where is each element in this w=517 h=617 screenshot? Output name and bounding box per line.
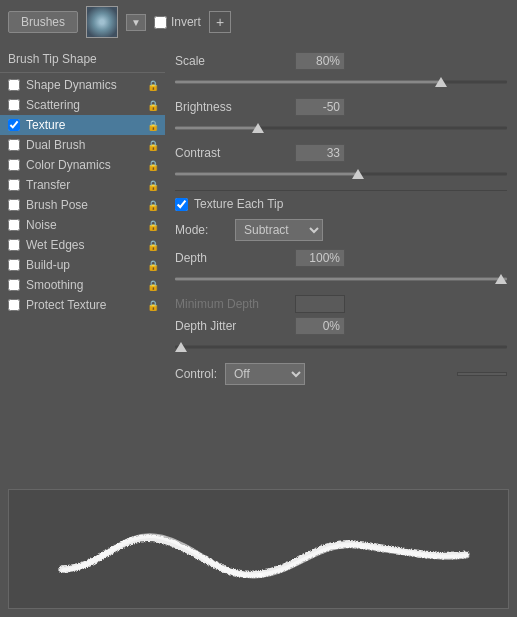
shape-dynamics-checkbox[interactable]: [8, 79, 20, 91]
min-depth-label: Minimum Depth: [175, 297, 295, 311]
lock-icon: 🔒: [147, 80, 159, 91]
top-bar: Brushes ▼ Invert +: [0, 0, 517, 44]
sidebar-item-protect-texture[interactable]: Protect Texture 🔒: [0, 295, 165, 315]
lock-icon: 🔒: [147, 240, 159, 251]
brush-dropdown-button[interactable]: ▼: [126, 14, 146, 31]
lock-icon: 🔒: [147, 200, 159, 211]
lock-icon: 🔒: [147, 120, 159, 131]
smoothing-checkbox[interactable]: [8, 279, 20, 291]
sidebar-item-brush-pose[interactable]: Brush Pose 🔒: [0, 195, 165, 215]
lock-icon: 🔒: [147, 160, 159, 171]
lock-icon: 🔒: [147, 140, 159, 151]
add-button[interactable]: +: [209, 11, 231, 33]
sidebar-item-wet-edges[interactable]: Wet Edges 🔒: [0, 235, 165, 255]
sidebar-item-transfer[interactable]: Transfer 🔒: [0, 175, 165, 195]
sidebar-item-label: Noise: [26, 218, 57, 232]
control-select[interactable]: Off Fade Pen Pressure Pen Tilt: [225, 363, 305, 385]
transfer-checkbox[interactable]: [8, 179, 20, 191]
texture-checkbox[interactable]: [8, 119, 20, 131]
depth-row: Depth: [175, 249, 507, 267]
scale-fill: [175, 81, 441, 84]
invert-label: Invert: [154, 15, 201, 29]
sidebar-item-label: Scattering: [26, 98, 80, 112]
lock-icon: 🔒: [147, 220, 159, 231]
brightness-thumb[interactable]: [252, 123, 264, 133]
lock-icon: 🔒: [147, 180, 159, 191]
sidebar-header: Brush Tip Shape: [0, 48, 165, 73]
min-depth-row: Minimum Depth: [175, 295, 507, 313]
depth-jitter-value[interactable]: [295, 317, 345, 335]
sidebar-item-label: Protect Texture: [26, 298, 106, 312]
sidebar-item-label: Build-up: [26, 258, 70, 272]
mode-label: Mode:: [175, 223, 235, 237]
noise-checkbox[interactable]: [8, 219, 20, 231]
depth-slider[interactable]: [175, 271, 507, 287]
brightness-value[interactable]: [295, 98, 345, 116]
sidebar-item-scattering[interactable]: Scattering 🔒: [0, 95, 165, 115]
build-up-checkbox[interactable]: [8, 259, 20, 271]
depth-value[interactable]: [295, 249, 345, 267]
control-value-box: [457, 372, 507, 376]
brush-pose-checkbox[interactable]: [8, 199, 20, 211]
depth-label: Depth: [175, 251, 295, 265]
brush-preview-thumbnail: [86, 6, 118, 38]
sidebar-item-label: Color Dynamics: [26, 158, 111, 172]
depth-fill: [175, 278, 507, 281]
depth-track: [175, 278, 507, 281]
main-container: Brushes ▼ Invert + Brush Tip Shape Shape…: [0, 0, 517, 617]
texture-each-tip-label: Texture Each Tip: [194, 197, 283, 211]
scale-thumb[interactable]: [435, 77, 447, 87]
wet-edges-checkbox[interactable]: [8, 239, 20, 251]
contrast-thumb[interactable]: [352, 169, 364, 179]
scale-row: Scale: [175, 52, 507, 70]
sidebar-item-dual-brush[interactable]: Dual Brush 🔒: [0, 135, 165, 155]
brush-preview-area: [8, 489, 509, 609]
sidebar-item-smoothing[interactable]: Smoothing 🔒: [0, 275, 165, 295]
sidebar-item-label: Dual Brush: [26, 138, 85, 152]
sidebar-item-shape-dynamics[interactable]: Shape Dynamics 🔒: [0, 75, 165, 95]
invert-checkbox[interactable]: [154, 16, 167, 29]
texture-each-tip-row: Texture Each Tip: [175, 197, 507, 211]
depth-jitter-track: [175, 346, 507, 349]
depth-jitter-row: Depth Jitter: [175, 317, 507, 335]
brightness-label: Brightness: [175, 100, 295, 114]
contrast-label: Contrast: [175, 146, 295, 160]
texture-each-tip-checkbox[interactable]: [175, 198, 188, 211]
depth-thumb[interactable]: [495, 274, 507, 284]
scale-value[interactable]: [295, 52, 345, 70]
sidebar-item-label: Smoothing: [26, 278, 83, 292]
brush-stroke-svg: [9, 490, 508, 608]
contrast-slider[interactable]: [175, 166, 507, 182]
divider-1: [175, 190, 507, 191]
scattering-checkbox[interactable]: [8, 99, 20, 111]
depth-jitter-slider[interactable]: [175, 339, 507, 355]
sidebar-item-color-dynamics[interactable]: Color Dynamics 🔒: [0, 155, 165, 175]
control-row: Control: Off Fade Pen Pressure Pen Tilt: [175, 363, 507, 385]
content-area: Brush Tip Shape Shape Dynamics 🔒 Scatter…: [0, 44, 517, 481]
lock-icon: 🔒: [147, 280, 159, 291]
lock-icon: 🔒: [147, 100, 159, 111]
sidebar-item-noise[interactable]: Noise 🔒: [0, 215, 165, 235]
contrast-track: [175, 173, 507, 176]
dual-brush-checkbox[interactable]: [8, 139, 20, 151]
contrast-fill: [175, 173, 358, 176]
mode-select[interactable]: Multiply Subtract Divide Color Burn: [235, 219, 323, 241]
sidebar-item-label: Transfer: [26, 178, 70, 192]
sidebar-item-build-up[interactable]: Build-up 🔒: [0, 255, 165, 275]
depth-jitter-thumb[interactable]: [175, 342, 187, 352]
contrast-row: Contrast: [175, 144, 507, 162]
sidebar-item-label: Texture: [26, 118, 65, 132]
protect-texture-checkbox[interactable]: [8, 299, 20, 311]
sidebar-item-texture[interactable]: Texture 🔒: [0, 115, 165, 135]
right-panel: Scale Brightness C: [165, 44, 517, 481]
contrast-value[interactable]: [295, 144, 345, 162]
depth-jitter-label: Depth Jitter: [175, 319, 295, 333]
scale-slider[interactable]: [175, 74, 507, 90]
brightness-slider[interactable]: [175, 120, 507, 136]
scale-label: Scale: [175, 54, 295, 68]
color-dynamics-checkbox[interactable]: [8, 159, 20, 171]
brushes-button[interactable]: Brushes: [8, 11, 78, 33]
invert-text: Invert: [171, 15, 201, 29]
mode-row: Mode: Multiply Subtract Divide Color Bur…: [175, 219, 507, 241]
sidebar-item-label: Wet Edges: [26, 238, 84, 252]
